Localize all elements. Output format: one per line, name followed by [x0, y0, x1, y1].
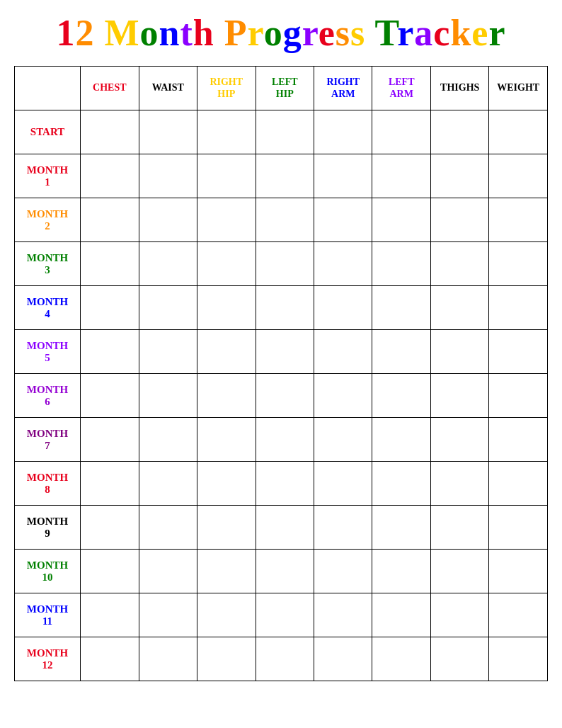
cell-m1-thighs[interactable]: [430, 154, 488, 198]
cell-m12-thighs[interactable]: [430, 637, 488, 681]
cell-m3-larm[interactable]: [372, 242, 430, 286]
cell-m8-chest[interactable]: [81, 462, 139, 506]
cell-m3-chest[interactable]: [81, 242, 139, 286]
cell-m5-chest[interactable]: [81, 330, 139, 374]
cell-m8-weight[interactable]: [489, 462, 548, 506]
cell-m7-lhip[interactable]: [256, 418, 314, 462]
cell-m11-rhip[interactable]: [197, 593, 256, 637]
cell-m3-weight[interactable]: [489, 242, 548, 286]
cell-m12-chest[interactable]: [81, 637, 139, 681]
cell-m1-weight[interactable]: [489, 154, 548, 198]
cell-m5-larm[interactable]: [372, 330, 430, 374]
cell-m10-larm[interactable]: [372, 550, 430, 593]
cell-m9-lhip[interactable]: [256, 506, 314, 550]
cell-m1-rarm[interactable]: [314, 154, 372, 198]
cell-m10-chest[interactable]: [81, 550, 139, 593]
cell-m8-larm[interactable]: [372, 462, 430, 506]
cell-m8-lhip[interactable]: [256, 462, 314, 506]
cell-m11-waist[interactable]: [139, 593, 197, 637]
cell-m2-lhip[interactable]: [256, 198, 314, 242]
cell-m1-lhip[interactable]: [256, 154, 314, 198]
cell-m11-lhip[interactable]: [256, 593, 314, 637]
cell-m9-rarm[interactable]: [314, 506, 372, 550]
cell-m10-rarm[interactable]: [314, 550, 372, 593]
cell-m5-rarm[interactable]: [314, 330, 372, 374]
cell-start-thighs[interactable]: [430, 110, 488, 154]
cell-m5-weight[interactable]: [489, 330, 548, 374]
cell-m7-rhip[interactable]: [197, 418, 256, 462]
cell-m3-lhip[interactable]: [256, 242, 314, 286]
cell-m6-lhip[interactable]: [256, 374, 314, 418]
cell-m10-thighs[interactable]: [430, 550, 488, 593]
cell-m2-larm[interactable]: [372, 198, 430, 242]
cell-m7-waist[interactable]: [139, 418, 197, 462]
cell-m11-weight[interactable]: [489, 593, 548, 637]
cell-m2-waist[interactable]: [139, 198, 197, 242]
cell-m9-chest[interactable]: [81, 506, 139, 550]
cell-m8-rhip[interactable]: [197, 462, 256, 506]
cell-m5-rhip[interactable]: [197, 330, 256, 374]
cell-m6-larm[interactable]: [372, 374, 430, 418]
cell-m4-weight[interactable]: [489, 286, 548, 330]
cell-m9-thighs[interactable]: [430, 506, 488, 550]
cell-m1-chest[interactable]: [81, 154, 139, 198]
cell-m6-thighs[interactable]: [430, 374, 488, 418]
cell-m5-lhip[interactable]: [256, 330, 314, 374]
cell-m12-rhip[interactable]: [197, 637, 256, 681]
cell-m10-waist[interactable]: [139, 550, 197, 593]
cell-m10-rhip[interactable]: [197, 550, 256, 593]
cell-m9-weight[interactable]: [489, 506, 548, 550]
cell-start-rarm[interactable]: [314, 110, 372, 154]
cell-m11-chest[interactable]: [81, 593, 139, 637]
cell-m8-waist[interactable]: [139, 462, 197, 506]
cell-m7-thighs[interactable]: [430, 418, 488, 462]
cell-m1-larm[interactable]: [372, 154, 430, 198]
cell-start-larm[interactable]: [372, 110, 430, 154]
cell-m12-lhip[interactable]: [256, 637, 314, 681]
cell-m4-chest[interactable]: [81, 286, 139, 330]
cell-m6-weight[interactable]: [489, 374, 548, 418]
cell-m3-thighs[interactable]: [430, 242, 488, 286]
cell-m4-thighs[interactable]: [430, 286, 488, 330]
cell-start-chest[interactable]: [81, 110, 139, 154]
cell-m4-rhip[interactable]: [197, 286, 256, 330]
cell-m3-rarm[interactable]: [314, 242, 372, 286]
cell-start-rhip[interactable]: [197, 110, 256, 154]
cell-m10-lhip[interactable]: [256, 550, 314, 593]
cell-m8-thighs[interactable]: [430, 462, 488, 506]
cell-m7-rarm[interactable]: [314, 418, 372, 462]
cell-m12-rarm[interactable]: [314, 637, 372, 681]
cell-m6-rhip[interactable]: [197, 374, 256, 418]
cell-m12-waist[interactable]: [139, 637, 197, 681]
cell-m5-thighs[interactable]: [430, 330, 488, 374]
cell-start-lhip[interactable]: [256, 110, 314, 154]
cell-m9-larm[interactable]: [372, 506, 430, 550]
cell-m6-waist[interactable]: [139, 374, 197, 418]
cell-m1-waist[interactable]: [139, 154, 197, 198]
cell-m5-waist[interactable]: [139, 330, 197, 374]
cell-m2-thighs[interactable]: [430, 198, 488, 242]
cell-m4-larm[interactable]: [372, 286, 430, 330]
cell-m2-rhip[interactable]: [197, 198, 256, 242]
cell-m8-rarm[interactable]: [314, 462, 372, 506]
cell-m4-rarm[interactable]: [314, 286, 372, 330]
cell-start-weight[interactable]: [489, 110, 548, 154]
cell-m4-lhip[interactable]: [256, 286, 314, 330]
cell-m2-rarm[interactable]: [314, 198, 372, 242]
cell-start-waist[interactable]: [139, 110, 197, 154]
cell-m7-larm[interactable]: [372, 418, 430, 462]
cell-m2-weight[interactable]: [489, 198, 548, 242]
cell-m1-rhip[interactable]: [197, 154, 256, 198]
cell-m10-weight[interactable]: [489, 550, 548, 593]
cell-m3-waist[interactable]: [139, 242, 197, 286]
cell-m4-waist[interactable]: [139, 286, 197, 330]
cell-m12-larm[interactable]: [372, 637, 430, 681]
cell-m7-weight[interactable]: [489, 418, 548, 462]
cell-m6-chest[interactable]: [81, 374, 139, 418]
cell-m9-rhip[interactable]: [197, 506, 256, 550]
cell-m11-larm[interactable]: [372, 593, 430, 637]
cell-m9-waist[interactable]: [139, 506, 197, 550]
cell-m11-rarm[interactable]: [314, 593, 372, 637]
cell-m7-chest[interactable]: [81, 418, 139, 462]
cell-m3-rhip[interactable]: [197, 242, 256, 286]
